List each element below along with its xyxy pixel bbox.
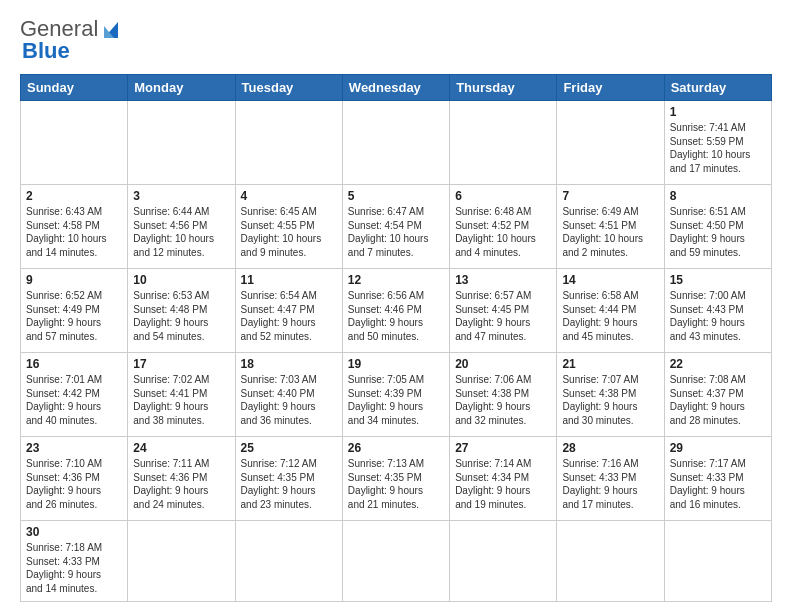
day-info: Sunrise: 7:13 AM Sunset: 4:35 PM Dayligh… (348, 457, 444, 511)
day-info: Sunrise: 7:02 AM Sunset: 4:41 PM Dayligh… (133, 373, 229, 427)
calendar-cell: 23Sunrise: 7:10 AM Sunset: 4:36 PM Dayli… (21, 437, 128, 521)
day-info: Sunrise: 6:49 AM Sunset: 4:51 PM Dayligh… (562, 205, 658, 259)
day-number: 13 (455, 273, 551, 287)
calendar-cell: 18Sunrise: 7:03 AM Sunset: 4:40 PM Dayli… (235, 353, 342, 437)
day-number: 24 (133, 441, 229, 455)
weekday-header-thursday: Thursday (450, 75, 557, 101)
day-number: 4 (241, 189, 337, 203)
calendar-cell: 1Sunrise: 7:41 AM Sunset: 5:59 PM Daylig… (664, 101, 771, 185)
day-number: 1 (670, 105, 766, 119)
day-info: Sunrise: 7:06 AM Sunset: 4:38 PM Dayligh… (455, 373, 551, 427)
day-number: 22 (670, 357, 766, 371)
calendar-cell (342, 521, 449, 602)
day-number: 26 (348, 441, 444, 455)
calendar-cell: 3Sunrise: 6:44 AM Sunset: 4:56 PM Daylig… (128, 185, 235, 269)
day-number: 30 (26, 525, 122, 539)
day-info: Sunrise: 7:16 AM Sunset: 4:33 PM Dayligh… (562, 457, 658, 511)
day-info: Sunrise: 7:11 AM Sunset: 4:36 PM Dayligh… (133, 457, 229, 511)
calendar-cell: 27Sunrise: 7:14 AM Sunset: 4:34 PM Dayli… (450, 437, 557, 521)
weekday-header-friday: Friday (557, 75, 664, 101)
logo: General Blue (20, 16, 122, 64)
weekday-header-monday: Monday (128, 75, 235, 101)
day-info: Sunrise: 7:03 AM Sunset: 4:40 PM Dayligh… (241, 373, 337, 427)
calendar-cell: 11Sunrise: 6:54 AM Sunset: 4:47 PM Dayli… (235, 269, 342, 353)
day-info: Sunrise: 7:00 AM Sunset: 4:43 PM Dayligh… (670, 289, 766, 343)
weekday-header-tuesday: Tuesday (235, 75, 342, 101)
calendar-cell: 12Sunrise: 6:56 AM Sunset: 4:46 PM Dayli… (342, 269, 449, 353)
day-info: Sunrise: 7:08 AM Sunset: 4:37 PM Dayligh… (670, 373, 766, 427)
calendar-cell (450, 521, 557, 602)
calendar-cell: 2Sunrise: 6:43 AM Sunset: 4:58 PM Daylig… (21, 185, 128, 269)
day-number: 16 (26, 357, 122, 371)
calendar-cell (664, 521, 771, 602)
calendar-cell: 6Sunrise: 6:48 AM Sunset: 4:52 PM Daylig… (450, 185, 557, 269)
calendar-cell: 17Sunrise: 7:02 AM Sunset: 4:41 PM Dayli… (128, 353, 235, 437)
day-info: Sunrise: 6:58 AM Sunset: 4:44 PM Dayligh… (562, 289, 658, 343)
day-info: Sunrise: 7:14 AM Sunset: 4:34 PM Dayligh… (455, 457, 551, 511)
day-number: 27 (455, 441, 551, 455)
day-info: Sunrise: 6:43 AM Sunset: 4:58 PM Dayligh… (26, 205, 122, 259)
day-number: 25 (241, 441, 337, 455)
calendar-cell (450, 101, 557, 185)
day-info: Sunrise: 7:05 AM Sunset: 4:39 PM Dayligh… (348, 373, 444, 427)
day-number: 6 (455, 189, 551, 203)
day-number: 10 (133, 273, 229, 287)
calendar-table: SundayMondayTuesdayWednesdayThursdayFrid… (20, 74, 772, 602)
day-info: Sunrise: 6:44 AM Sunset: 4:56 PM Dayligh… (133, 205, 229, 259)
week-row-5: 23Sunrise: 7:10 AM Sunset: 4:36 PM Dayli… (21, 437, 772, 521)
day-number: 17 (133, 357, 229, 371)
calendar-cell (557, 101, 664, 185)
calendar-cell: 30Sunrise: 7:18 AM Sunset: 4:33 PM Dayli… (21, 521, 128, 602)
calendar-cell (128, 521, 235, 602)
calendar-cell: 25Sunrise: 7:12 AM Sunset: 4:35 PM Dayli… (235, 437, 342, 521)
day-number: 3 (133, 189, 229, 203)
day-info: Sunrise: 6:54 AM Sunset: 4:47 PM Dayligh… (241, 289, 337, 343)
day-number: 8 (670, 189, 766, 203)
calendar-cell: 19Sunrise: 7:05 AM Sunset: 4:39 PM Dayli… (342, 353, 449, 437)
calendar-cell: 22Sunrise: 7:08 AM Sunset: 4:37 PM Dayli… (664, 353, 771, 437)
day-info: Sunrise: 7:12 AM Sunset: 4:35 PM Dayligh… (241, 457, 337, 511)
day-number: 23 (26, 441, 122, 455)
day-info: Sunrise: 7:17 AM Sunset: 4:33 PM Dayligh… (670, 457, 766, 511)
day-number: 19 (348, 357, 444, 371)
calendar-cell: 29Sunrise: 7:17 AM Sunset: 4:33 PM Dayli… (664, 437, 771, 521)
calendar-cell: 20Sunrise: 7:06 AM Sunset: 4:38 PM Dayli… (450, 353, 557, 437)
calendar-cell: 15Sunrise: 7:00 AM Sunset: 4:43 PM Dayli… (664, 269, 771, 353)
day-info: Sunrise: 6:47 AM Sunset: 4:54 PM Dayligh… (348, 205, 444, 259)
day-info: Sunrise: 6:51 AM Sunset: 4:50 PM Dayligh… (670, 205, 766, 259)
weekday-header-row: SundayMondayTuesdayWednesdayThursdayFrid… (21, 75, 772, 101)
calendar-cell (342, 101, 449, 185)
weekday-header-saturday: Saturday (664, 75, 771, 101)
week-row-1: 1Sunrise: 7:41 AM Sunset: 5:59 PM Daylig… (21, 101, 772, 185)
calendar-cell (128, 101, 235, 185)
calendar-cell: 14Sunrise: 6:58 AM Sunset: 4:44 PM Dayli… (557, 269, 664, 353)
day-number: 11 (241, 273, 337, 287)
day-number: 5 (348, 189, 444, 203)
day-info: Sunrise: 7:07 AM Sunset: 4:38 PM Dayligh… (562, 373, 658, 427)
logo-blue-text: Blue (22, 38, 70, 64)
header: General Blue (20, 16, 772, 64)
calendar-cell (21, 101, 128, 185)
day-info: Sunrise: 7:10 AM Sunset: 4:36 PM Dayligh… (26, 457, 122, 511)
day-number: 9 (26, 273, 122, 287)
calendar-cell: 8Sunrise: 6:51 AM Sunset: 4:50 PM Daylig… (664, 185, 771, 269)
day-info: Sunrise: 6:53 AM Sunset: 4:48 PM Dayligh… (133, 289, 229, 343)
calendar-cell: 21Sunrise: 7:07 AM Sunset: 4:38 PM Dayli… (557, 353, 664, 437)
day-number: 29 (670, 441, 766, 455)
logo-triangle-icon (100, 18, 122, 40)
day-number: 15 (670, 273, 766, 287)
calendar-cell: 28Sunrise: 7:16 AM Sunset: 4:33 PM Dayli… (557, 437, 664, 521)
day-number: 12 (348, 273, 444, 287)
day-info: Sunrise: 6:52 AM Sunset: 4:49 PM Dayligh… (26, 289, 122, 343)
calendar-cell: 16Sunrise: 7:01 AM Sunset: 4:42 PM Dayli… (21, 353, 128, 437)
week-row-6: 30Sunrise: 7:18 AM Sunset: 4:33 PM Dayli… (21, 521, 772, 602)
calendar-cell: 4Sunrise: 6:45 AM Sunset: 4:55 PM Daylig… (235, 185, 342, 269)
calendar-cell: 7Sunrise: 6:49 AM Sunset: 4:51 PM Daylig… (557, 185, 664, 269)
calendar-cell: 24Sunrise: 7:11 AM Sunset: 4:36 PM Dayli… (128, 437, 235, 521)
calendar-cell: 9Sunrise: 6:52 AM Sunset: 4:49 PM Daylig… (21, 269, 128, 353)
day-info: Sunrise: 6:57 AM Sunset: 4:45 PM Dayligh… (455, 289, 551, 343)
day-number: 28 (562, 441, 658, 455)
calendar-cell: 26Sunrise: 7:13 AM Sunset: 4:35 PM Dayli… (342, 437, 449, 521)
day-info: Sunrise: 7:01 AM Sunset: 4:42 PM Dayligh… (26, 373, 122, 427)
day-number: 20 (455, 357, 551, 371)
